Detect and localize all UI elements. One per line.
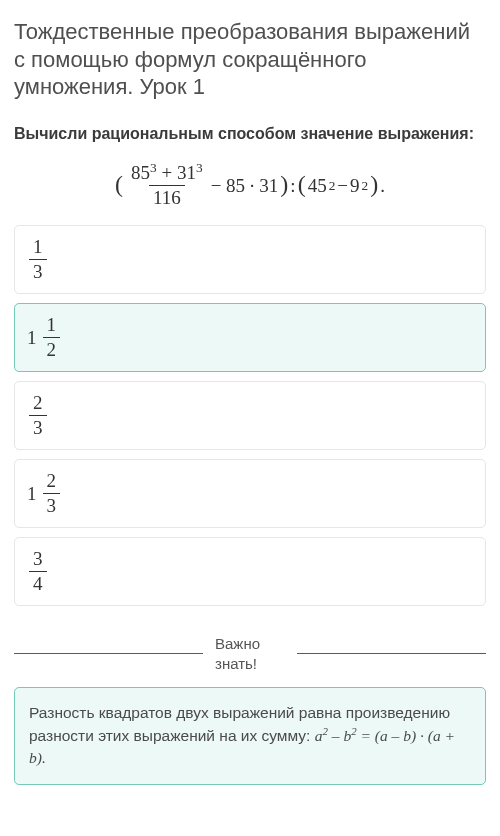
answer-option-2[interactable]: 23 <box>14 381 486 450</box>
close-paren-2: ) <box>370 171 378 198</box>
f-b: b <box>343 727 351 744</box>
answer-option-4[interactable]: 34 <box>14 537 486 606</box>
option-num: 1 <box>43 314 61 337</box>
right-a: 45 <box>308 175 327 197</box>
open-paren-2: ( <box>298 171 306 198</box>
expr-period: . <box>380 175 385 197</box>
minus-prod: − 85 · 31 <box>211 175 279 197</box>
option-den: 3 <box>29 259 47 283</box>
option-den: 2 <box>43 337 61 361</box>
f-amb: a – b <box>380 727 411 744</box>
option-den: 3 <box>29 415 47 439</box>
den: 116 <box>149 185 185 209</box>
answer-option-3[interactable]: 123 <box>14 459 486 528</box>
option-fraction: 13 <box>29 236 47 283</box>
num-b-exp: 3 <box>196 160 203 175</box>
option-num: 2 <box>29 392 47 415</box>
option-fraction: 34 <box>29 548 47 595</box>
option-fraction: 23 <box>43 470 61 517</box>
fraction-main: 853 + 313 116 <box>127 162 207 209</box>
f-eq: = ( <box>357 727 380 744</box>
math-expression: ( 853 + 313 116 − 85 · 31 ) : ( 452 − 92… <box>14 162 486 209</box>
sep-line-left <box>14 653 203 654</box>
close-paren: ) <box>280 171 288 198</box>
open-paren: ( <box>115 171 123 198</box>
num-a-exp: 3 <box>150 160 157 175</box>
option-den: 4 <box>29 571 47 595</box>
num-plus: + <box>162 162 177 183</box>
question-prompt: Вычисли рациональным способом значение в… <box>14 123 486 145</box>
option-num: 1 <box>29 236 47 259</box>
option-fraction: 23 <box>29 392 47 439</box>
answer-option-0[interactable]: 13 <box>14 225 486 294</box>
option-fraction: 12 <box>43 314 61 361</box>
answer-option-1[interactable]: 112 <box>14 303 486 372</box>
num-a: 85 <box>131 162 150 183</box>
hint-box: Разность квадратов двух выражений равна … <box>14 687 486 784</box>
num-b: 31 <box>177 162 196 183</box>
f-mid: ) · ( <box>411 727 433 744</box>
page-title: Тождественные преобразования выражений с… <box>14 18 486 101</box>
option-den: 3 <box>43 493 61 517</box>
answer-options: 131122312334 <box>14 225 486 606</box>
option-whole: 1 <box>27 327 37 349</box>
option-whole: 1 <box>27 483 37 505</box>
right-minus: − <box>337 175 348 197</box>
important-separator: Важно знать! <box>14 634 486 673</box>
option-num: 3 <box>29 548 47 571</box>
f-end: ). <box>37 749 46 766</box>
sep-line-right <box>297 653 486 654</box>
right-b: 9 <box>350 175 360 197</box>
option-num: 2 <box>43 470 61 493</box>
divide: : <box>290 175 295 197</box>
f-minus: – <box>328 727 344 744</box>
sep-label: Важно знать! <box>215 634 285 673</box>
